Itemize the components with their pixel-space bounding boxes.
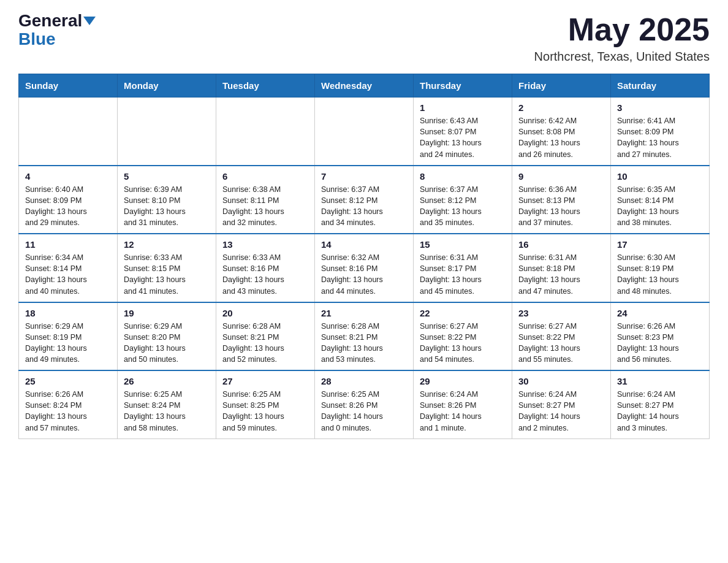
day-number: 3 <box>617 102 703 113</box>
calendar-cell <box>19 98 118 166</box>
day-info: Sunrise: 6:26 AM Sunset: 8:23 PM Dayligh… <box>617 321 703 366</box>
calendar-cell: 13Sunrise: 6:33 AM Sunset: 8:16 PM Dayli… <box>216 234 315 302</box>
calendar-cell: 27Sunrise: 6:25 AM Sunset: 8:25 PM Dayli… <box>216 370 315 439</box>
day-info: Sunrise: 6:40 AM Sunset: 8:09 PM Dayligh… <box>25 184 111 229</box>
day-info: Sunrise: 6:29 AM Sunset: 8:19 PM Dayligh… <box>25 321 111 366</box>
day-number: 28 <box>321 376 407 386</box>
day-number: 31 <box>617 376 703 386</box>
day-number: 16 <box>518 239 604 250</box>
day-number: 24 <box>617 308 703 318</box>
day-info: Sunrise: 6:27 AM Sunset: 8:22 PM Dayligh… <box>420 321 506 366</box>
calendar-cell: 3Sunrise: 6:41 AM Sunset: 8:09 PM Daylig… <box>611 98 710 166</box>
calendar-cell: 30Sunrise: 6:24 AM Sunset: 8:27 PM Dayli… <box>512 370 611 439</box>
day-number: 29 <box>420 376 506 386</box>
calendar-cell: 10Sunrise: 6:35 AM Sunset: 8:14 PM Dayli… <box>611 166 710 234</box>
day-info: Sunrise: 6:25 AM Sunset: 8:26 PM Dayligh… <box>321 389 407 434</box>
col-friday: Friday <box>512 74 611 98</box>
calendar-cell: 23Sunrise: 6:27 AM Sunset: 8:22 PM Dayli… <box>512 302 611 371</box>
day-info: Sunrise: 6:30 AM Sunset: 8:19 PM Dayligh… <box>617 252 703 297</box>
calendar-cell: 15Sunrise: 6:31 AM Sunset: 8:17 PM Dayli… <box>414 234 512 302</box>
calendar-cell: 25Sunrise: 6:26 AM Sunset: 8:24 PM Dayli… <box>19 370 118 439</box>
day-number: 27 <box>222 376 308 386</box>
calendar-cell: 11Sunrise: 6:34 AM Sunset: 8:14 PM Dayli… <box>19 234 118 302</box>
calendar-week-row: 25Sunrise: 6:26 AM Sunset: 8:24 PM Dayli… <box>19 370 710 439</box>
calendar-cell: 9Sunrise: 6:36 AM Sunset: 8:13 PM Daylig… <box>512 166 611 234</box>
day-number: 1 <box>420 102 506 113</box>
day-info: Sunrise: 6:24 AM Sunset: 8:27 PM Dayligh… <box>518 389 604 434</box>
calendar-cell: 29Sunrise: 6:24 AM Sunset: 8:26 PM Dayli… <box>414 370 512 439</box>
day-info: Sunrise: 6:42 AM Sunset: 8:08 PM Dayligh… <box>518 115 604 160</box>
day-info: Sunrise: 6:37 AM Sunset: 8:12 PM Dayligh… <box>420 184 506 229</box>
calendar-cell: 31Sunrise: 6:24 AM Sunset: 8:27 PM Dayli… <box>611 370 710 439</box>
day-number: 10 <box>617 171 703 182</box>
calendar-cell: 18Sunrise: 6:29 AM Sunset: 8:19 PM Dayli… <box>19 302 118 371</box>
day-info: Sunrise: 6:36 AM Sunset: 8:13 PM Dayligh… <box>518 184 604 229</box>
day-info: Sunrise: 6:27 AM Sunset: 8:22 PM Dayligh… <box>518 321 604 366</box>
calendar-cell: 5Sunrise: 6:39 AM Sunset: 8:10 PM Daylig… <box>118 166 216 234</box>
day-info: Sunrise: 6:28 AM Sunset: 8:21 PM Dayligh… <box>222 321 308 366</box>
day-number: 12 <box>124 239 210 250</box>
day-info: Sunrise: 6:31 AM Sunset: 8:18 PM Dayligh… <box>518 252 604 297</box>
day-number: 19 <box>124 308 210 318</box>
day-info: Sunrise: 6:31 AM Sunset: 8:17 PM Dayligh… <box>420 252 506 297</box>
day-info: Sunrise: 6:34 AM Sunset: 8:14 PM Dayligh… <box>25 252 111 297</box>
col-thursday: Thursday <box>414 74 512 98</box>
calendar-cell: 20Sunrise: 6:28 AM Sunset: 8:21 PM Dayli… <box>216 302 315 371</box>
calendar-cell: 26Sunrise: 6:25 AM Sunset: 8:24 PM Dayli… <box>118 370 216 439</box>
day-number: 21 <box>321 308 407 318</box>
day-info: Sunrise: 6:25 AM Sunset: 8:24 PM Dayligh… <box>124 389 210 434</box>
day-info: Sunrise: 6:41 AM Sunset: 8:09 PM Dayligh… <box>617 115 703 160</box>
logo-arrow-icon <box>83 17 96 25</box>
calendar-week-row: 18Sunrise: 6:29 AM Sunset: 8:19 PM Dayli… <box>19 302 710 371</box>
day-number: 14 <box>321 239 407 250</box>
col-sunday: Sunday <box>19 74 118 98</box>
day-info: Sunrise: 6:37 AM Sunset: 8:12 PM Dayligh… <box>321 184 407 229</box>
calendar-week-row: 4Sunrise: 6:40 AM Sunset: 8:09 PM Daylig… <box>19 166 710 234</box>
calendar-week-row: 11Sunrise: 6:34 AM Sunset: 8:14 PM Dayli… <box>19 234 710 302</box>
calendar-cell: 19Sunrise: 6:29 AM Sunset: 8:20 PM Dayli… <box>118 302 216 371</box>
day-info: Sunrise: 6:35 AM Sunset: 8:14 PM Dayligh… <box>617 184 703 229</box>
col-monday: Monday <box>118 74 216 98</box>
day-number: 13 <box>222 239 308 250</box>
day-number: 22 <box>420 308 506 318</box>
calendar-week-row: 1Sunrise: 6:43 AM Sunset: 8:07 PM Daylig… <box>19 98 710 166</box>
day-info: Sunrise: 6:28 AM Sunset: 8:21 PM Dayligh… <box>321 321 407 366</box>
day-number: 9 <box>518 171 604 182</box>
calendar-cell: 22Sunrise: 6:27 AM Sunset: 8:22 PM Dayli… <box>414 302 512 371</box>
col-wednesday: Wednesday <box>315 74 414 98</box>
calendar-cell <box>315 98 414 166</box>
day-info: Sunrise: 6:24 AM Sunset: 8:26 PM Dayligh… <box>420 389 506 434</box>
calendar-cell: 8Sunrise: 6:37 AM Sunset: 8:12 PM Daylig… <box>414 166 512 234</box>
day-number: 4 <box>25 171 111 182</box>
calendar-cell <box>216 98 315 166</box>
calendar-cell: 2Sunrise: 6:42 AM Sunset: 8:08 PM Daylig… <box>512 98 611 166</box>
day-info: Sunrise: 6:39 AM Sunset: 8:10 PM Dayligh… <box>124 184 210 229</box>
day-number: 17 <box>617 239 703 250</box>
calendar-cell: 28Sunrise: 6:25 AM Sunset: 8:26 PM Dayli… <box>315 370 414 439</box>
day-number: 26 <box>124 376 210 386</box>
day-number: 11 <box>25 239 111 250</box>
day-number: 30 <box>518 376 604 386</box>
calendar-cell: 12Sunrise: 6:33 AM Sunset: 8:15 PM Dayli… <box>118 234 216 302</box>
calendar-cell: 16Sunrise: 6:31 AM Sunset: 8:18 PM Dayli… <box>512 234 611 302</box>
calendar-cell: 21Sunrise: 6:28 AM Sunset: 8:21 PM Dayli… <box>315 302 414 371</box>
day-info: Sunrise: 6:38 AM Sunset: 8:11 PM Dayligh… <box>222 184 308 229</box>
day-number: 20 <box>222 308 308 318</box>
day-info: Sunrise: 6:33 AM Sunset: 8:16 PM Dayligh… <box>222 252 308 297</box>
calendar-header-row: Sunday Monday Tuesday Wednesday Thursday… <box>19 74 710 98</box>
day-number: 7 <box>321 171 407 182</box>
day-number: 18 <box>25 308 111 318</box>
day-number: 23 <box>518 308 604 318</box>
month-title: May 2025 <box>534 12 710 47</box>
day-info: Sunrise: 6:32 AM Sunset: 8:16 PM Dayligh… <box>321 252 407 297</box>
calendar-cell: 6Sunrise: 6:38 AM Sunset: 8:11 PM Daylig… <box>216 166 315 234</box>
day-number: 8 <box>420 171 506 182</box>
calendar-cell: 1Sunrise: 6:43 AM Sunset: 8:07 PM Daylig… <box>414 98 512 166</box>
location-text: Northcrest, Texas, United States <box>534 50 710 64</box>
col-saturday: Saturday <box>611 74 710 98</box>
day-info: Sunrise: 6:25 AM Sunset: 8:25 PM Dayligh… <box>222 389 308 434</box>
day-number: 25 <box>25 376 111 386</box>
day-info: Sunrise: 6:24 AM Sunset: 8:27 PM Dayligh… <box>617 389 703 434</box>
calendar-cell: 4Sunrise: 6:40 AM Sunset: 8:09 PM Daylig… <box>19 166 118 234</box>
calendar-cell <box>118 98 216 166</box>
